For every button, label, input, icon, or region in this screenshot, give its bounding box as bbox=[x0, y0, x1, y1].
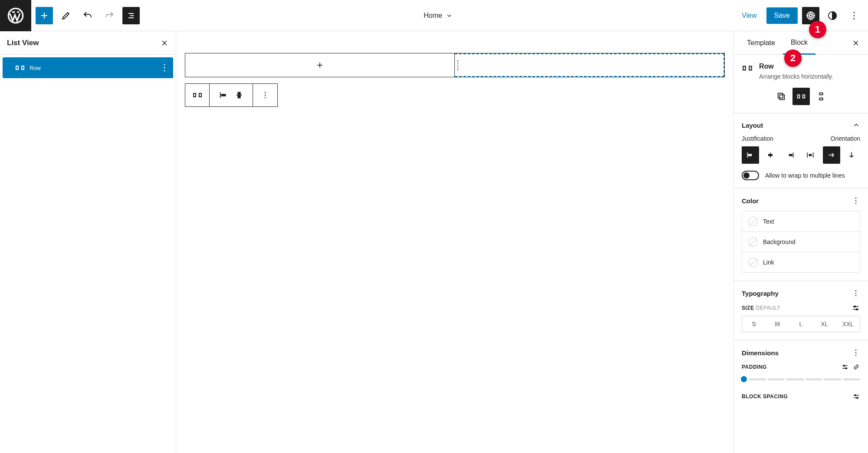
size-options: S M L XL XXL bbox=[742, 316, 860, 332]
list-view-header: List View bbox=[0, 31, 176, 55]
justify-left[interactable] bbox=[742, 146, 759, 164]
color-list: Text Background Link bbox=[742, 211, 860, 273]
row-block[interactable] bbox=[185, 53, 725, 77]
padding-custom[interactable] bbox=[841, 363, 849, 371]
edit-button[interactable] bbox=[57, 7, 75, 24]
editor-canvas[interactable] bbox=[176, 31, 733, 453]
size-label: SIZE DEFAULT bbox=[742, 305, 780, 311]
svg-rect-26 bbox=[238, 96, 240, 98]
svg-point-52 bbox=[855, 200, 857, 202]
more-options-button[interactable] bbox=[845, 7, 863, 24]
justify-right[interactable] bbox=[782, 146, 799, 164]
close-icon bbox=[160, 39, 169, 47]
alignment-controls[interactable] bbox=[210, 84, 253, 106]
block-spacing-label: BLOCK SPACING bbox=[742, 393, 788, 400]
variant-stack[interactable] bbox=[812, 88, 830, 105]
row-column-1[interactable] bbox=[185, 53, 455, 77]
layout-section: Layout Justification Orientation bbox=[734, 113, 868, 188]
list-view-toggle[interactable] bbox=[122, 7, 140, 24]
dimensions-section: Dimensions PADDING BLOCK SPACING bbox=[734, 340, 868, 413]
tab-template[interactable]: Template bbox=[739, 32, 783, 54]
document-title[interactable]: Home bbox=[424, 12, 453, 20]
redo-button[interactable] bbox=[101, 7, 118, 24]
undo-icon bbox=[82, 10, 93, 21]
svg-rect-23 bbox=[221, 94, 225, 96]
block-type-button[interactable] bbox=[185, 84, 210, 106]
size-l[interactable]: L bbox=[789, 316, 812, 332]
add-block-button[interactable] bbox=[36, 7, 53, 24]
save-button[interactable]: Save bbox=[766, 7, 798, 24]
svg-point-53 bbox=[855, 203, 857, 204]
top-toolbar: Home View Save 1 bbox=[0, 0, 868, 31]
more-vertical-icon bbox=[852, 289, 860, 298]
swatch-icon bbox=[748, 258, 758, 267]
size-s[interactable]: S bbox=[742, 316, 766, 332]
justification-label: Justification bbox=[742, 135, 773, 142]
color-text[interactable]: Text bbox=[742, 212, 860, 232]
plus-icon bbox=[39, 10, 49, 21]
block-toolbar bbox=[185, 83, 278, 107]
list-view-body: Row bbox=[0, 55, 176, 81]
more-vertical-icon bbox=[852, 196, 860, 205]
svg-point-60 bbox=[856, 309, 858, 310]
block-spacing-custom[interactable] bbox=[852, 393, 860, 400]
justify-space-between[interactable] bbox=[802, 146, 819, 164]
close-list-view-button[interactable] bbox=[160, 39, 169, 47]
size-m[interactable]: M bbox=[766, 316, 789, 332]
annotation-badge-1: 1 bbox=[809, 21, 826, 38]
chevron-up-icon bbox=[852, 121, 860, 129]
size-xxl[interactable]: XXL bbox=[836, 316, 860, 332]
row-icon bbox=[192, 90, 203, 100]
block-variants bbox=[734, 88, 868, 113]
layout-header[interactable]: Layout bbox=[742, 121, 860, 129]
block-more-options[interactable] bbox=[253, 84, 277, 106]
svg-rect-25 bbox=[238, 93, 240, 95]
styles-toggle[interactable] bbox=[824, 7, 841, 24]
svg-rect-14 bbox=[22, 66, 24, 69]
svg-rect-32 bbox=[743, 66, 745, 70]
orientation-vertical[interactable] bbox=[843, 146, 860, 164]
svg-point-9 bbox=[853, 15, 855, 16]
svg-rect-39 bbox=[819, 98, 822, 100]
padding-link[interactable] bbox=[852, 363, 860, 371]
undo-button[interactable] bbox=[79, 7, 96, 24]
color-item-label: Text bbox=[763, 218, 774, 225]
justify-right-icon bbox=[786, 151, 795, 159]
wrap-toggle[interactable] bbox=[742, 171, 759, 180]
swatch-icon bbox=[748, 217, 758, 226]
size-custom-toggle[interactable] bbox=[852, 304, 860, 312]
plus-icon[interactable] bbox=[316, 61, 324, 69]
more-vertical-icon bbox=[852, 348, 860, 357]
orientation-horizontal[interactable] bbox=[823, 146, 840, 164]
close-settings-button[interactable] bbox=[849, 36, 863, 50]
color-background[interactable]: Background bbox=[742, 232, 860, 252]
slider-knob[interactable] bbox=[741, 376, 747, 382]
typography-options[interactable] bbox=[852, 289, 860, 298]
view-button[interactable]: View bbox=[736, 8, 762, 23]
row-column-2[interactable] bbox=[455, 53, 725, 77]
wordpress-icon bbox=[7, 7, 24, 24]
svg-point-54 bbox=[855, 290, 857, 291]
size-xl[interactable]: XL bbox=[813, 316, 836, 332]
justify-center[interactable] bbox=[762, 146, 779, 164]
padding-slider[interactable] bbox=[742, 376, 860, 382]
settings-panel: Template Block 2 Row Arrange blocks hori… bbox=[733, 31, 868, 453]
variant-row[interactable] bbox=[792, 88, 810, 105]
wrap-toggle-row: Allow to wrap to multiple lines bbox=[742, 171, 860, 180]
dimensions-options[interactable] bbox=[852, 348, 860, 357]
more-vertical-icon bbox=[261, 91, 270, 99]
list-item-options[interactable] bbox=[153, 63, 170, 73]
color-link[interactable]: Link bbox=[742, 252, 860, 272]
wordpress-logo[interactable] bbox=[0, 0, 31, 31]
color-options[interactable] bbox=[852, 196, 860, 205]
toolbar-right: View Save 1 bbox=[736, 7, 863, 24]
svg-rect-41 bbox=[749, 154, 752, 155]
svg-rect-13 bbox=[16, 66, 18, 69]
list-view-panel: List View Row bbox=[0, 31, 176, 453]
sliders-icon bbox=[852, 393, 860, 400]
gear-icon bbox=[806, 10, 816, 21]
svg-point-70 bbox=[855, 395, 856, 396]
svg-rect-38 bbox=[819, 93, 822, 95]
variant-group[interactable] bbox=[773, 88, 790, 105]
list-item-row[interactable]: Row bbox=[3, 57, 173, 78]
